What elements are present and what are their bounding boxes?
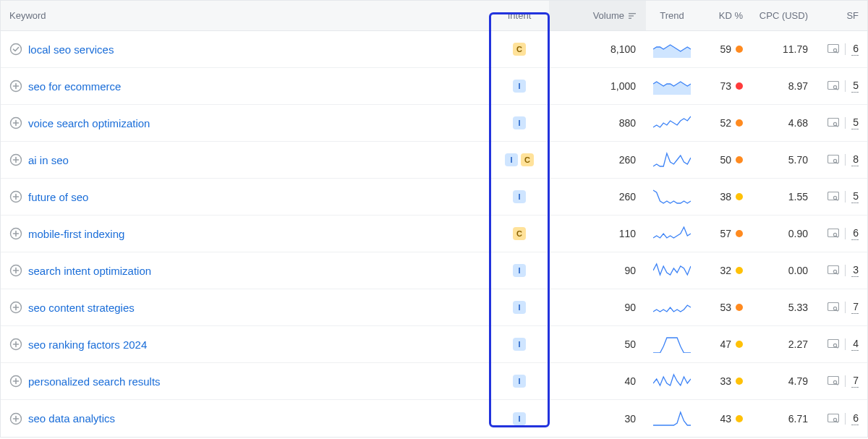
table-row: local seo servicesC8,1005911.796: [1, 31, 867, 68]
cpc-cell: 4.68: [749, 117, 818, 129]
cpc-cell: 6.71: [749, 413, 818, 425]
check-circle-icon[interactable]: [9, 43, 22, 56]
trend-cell[interactable]: [646, 114, 698, 132]
keyword-link[interactable]: personalized search results: [28, 375, 161, 388]
volume-cell: 110: [549, 228, 646, 239]
intent-badge-i[interactable]: I: [513, 264, 526, 277]
trend-cell[interactable]: [646, 225, 698, 242]
keyword-link[interactable]: local seo services: [28, 43, 114, 56]
intent-badge-c[interactable]: C: [513, 227, 526, 240]
sf-count: 7: [851, 301, 859, 314]
kd-cell: 52: [698, 117, 749, 129]
sf-cell[interactable]: 5: [818, 116, 867, 129]
intent-badge-i[interactable]: I: [513, 301, 526, 314]
trend-cell[interactable]: [646, 336, 698, 353]
kd-cell: 50: [698, 154, 749, 166]
kd-value: 59: [720, 43, 731, 55]
sf-cell[interactable]: 7: [818, 301, 867, 314]
intent-cell: C: [490, 227, 549, 240]
keyword-link[interactable]: seo for ecommerce: [28, 80, 121, 93]
keyword-link[interactable]: search intent optimization: [28, 265, 151, 277]
serp-features-icon: [827, 118, 839, 128]
volume-cell: 50: [549, 338, 646, 350]
sf-cell[interactable]: 6: [818, 412, 867, 425]
trend-cell[interactable]: [646, 77, 698, 95]
plus-circle-icon[interactable]: [9, 190, 22, 203]
sf-divider: [845, 302, 846, 313]
svg-rect-16: [828, 155, 839, 163]
kd-difficulty-dot: [736, 378, 743, 385]
sf-cell[interactable]: 4: [818, 338, 867, 351]
kd-cell: 47: [698, 338, 749, 350]
header-trend[interactable]: Trend: [646, 10, 698, 21]
sf-count: 4: [851, 338, 859, 351]
kd-difficulty-dot: [736, 119, 743, 127]
intent-badge-i[interactable]: I: [513, 190, 526, 203]
sf-cell[interactable]: 5: [818, 190, 867, 203]
trend-cell[interactable]: [646, 372, 698, 390]
plus-circle-icon[interactable]: [9, 264, 22, 277]
sf-cell[interactable]: 8: [818, 153, 867, 166]
plus-circle-icon[interactable]: [9, 153, 22, 166]
table-header: Keyword Intent Volume Trend KD % CPC (US…: [1, 1, 867, 31]
trend-cell[interactable]: [646, 188, 698, 205]
intent-badge-i[interactable]: I: [513, 412, 526, 425]
volume-cell: 1,000: [549, 80, 646, 92]
keyword-link[interactable]: mobile-first indexing: [28, 228, 124, 240]
header-intent-label: Intent: [508, 10, 532, 21]
header-cpc[interactable]: CPC (USD): [749, 10, 818, 21]
sf-cell[interactable]: 3: [818, 264, 867, 277]
trend-cell[interactable]: [646, 299, 698, 316]
plus-circle-icon[interactable]: [9, 412, 22, 425]
keyword-link[interactable]: seo data analytics: [28, 412, 115, 425]
table-row: seo for ecommerceI1,000738.975: [1, 68, 867, 105]
trend-cell[interactable]: [646, 151, 698, 169]
sf-cell[interactable]: 5: [818, 80, 867, 93]
plus-circle-icon[interactable]: [9, 375, 22, 388]
trend-cell[interactable]: [646, 262, 698, 279]
serp-features-icon: [827, 229, 839, 239]
header-volume[interactable]: Volume: [549, 1, 646, 30]
trend-cell[interactable]: [646, 410, 698, 427]
sf-count: 5: [851, 190, 859, 203]
svg-rect-24: [828, 229, 839, 237]
serp-features-icon: [827, 339, 839, 349]
intent-badge-c[interactable]: C: [513, 43, 526, 56]
table-row: personalized search resultsI40334.797: [1, 363, 867, 400]
intent-badge-i[interactable]: I: [513, 338, 526, 351]
header-sf[interactable]: SF: [818, 10, 867, 21]
keyword-link[interactable]: seo content strategies: [28, 302, 135, 314]
keyword-link[interactable]: ai in seo: [28, 154, 69, 166]
sf-divider: [845, 338, 846, 350]
volume-cell: 260: [549, 191, 646, 203]
intent-badge-i[interactable]: I: [505, 153, 518, 166]
intent-badge-i[interactable]: I: [513, 80, 526, 93]
header-kd[interactable]: KD %: [698, 10, 749, 21]
plus-circle-icon[interactable]: [9, 227, 22, 240]
kd-difficulty-dot: [736, 230, 743, 237]
plus-circle-icon[interactable]: [9, 116, 22, 129]
keyword-link[interactable]: seo ranking factors 2024: [28, 338, 147, 351]
header-intent[interactable]: Intent: [490, 10, 549, 21]
cpc-cell: 5.70: [749, 154, 818, 166]
svg-rect-2: [629, 17, 631, 18]
intent-badge-i[interactable]: I: [513, 375, 526, 388]
table-row: future of seoI260381.555: [1, 179, 867, 216]
keyword-link[interactable]: future of seo: [28, 191, 88, 203]
kd-difficulty-dot: [736, 304, 743, 311]
sf-cell[interactable]: 7: [818, 375, 867, 388]
header-keyword[interactable]: Keyword: [1, 10, 490, 21]
sf-count: 6: [851, 43, 859, 56]
sf-count: 5: [851, 80, 859, 93]
plus-circle-icon[interactable]: [9, 301, 22, 314]
intent-badge-c[interactable]: C: [521, 153, 534, 166]
plus-circle-icon[interactable]: [9, 80, 22, 93]
plus-circle-icon[interactable]: [9, 338, 22, 351]
sf-cell[interactable]: 6: [818, 43, 867, 56]
trend-cell[interactable]: [646, 41, 698, 58]
sf-cell[interactable]: 6: [818, 227, 867, 240]
volume-cell: 880: [549, 117, 646, 129]
kd-value: 50: [720, 154, 731, 166]
intent-badge-i[interactable]: I: [513, 116, 526, 129]
keyword-link[interactable]: voice search optimization: [28, 117, 150, 129]
